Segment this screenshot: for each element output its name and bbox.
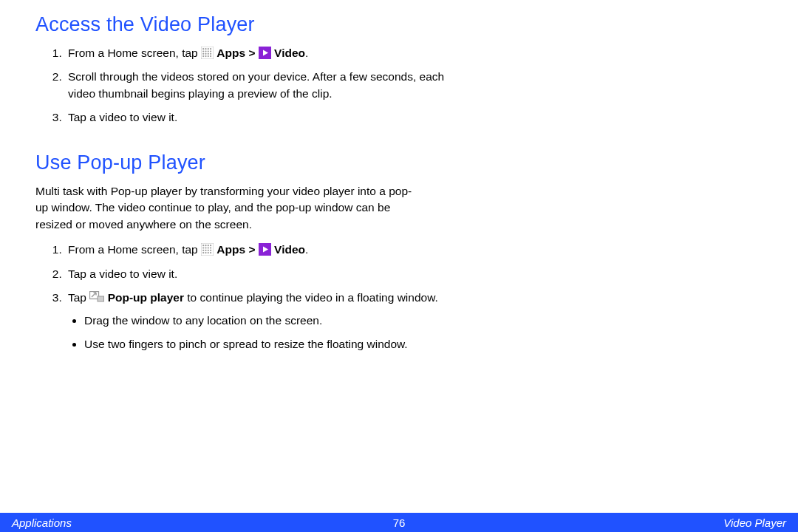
svg-point-22 (210, 245, 211, 246)
step-1-pretext: From a Home screen, tap (68, 243, 201, 256)
step-2: Scroll through the videos stored on your… (65, 69, 449, 102)
svg-point-4 (210, 48, 211, 50)
steps-list-1: From a Home screen, tap Apps > Video. Sc… (35, 45, 449, 126)
svg-point-26 (210, 248, 211, 249)
svg-point-20 (205, 245, 206, 246)
svg-point-32 (205, 252, 206, 253)
sub-bullets: Drag the window to any location on the s… (68, 313, 449, 353)
video-label: Video (274, 243, 305, 256)
step-3-posttext: to continue playing the video in a float… (184, 291, 438, 304)
svg-point-1 (202, 48, 204, 50)
step-2: Tap a video to view it. (65, 266, 449, 282)
svg-point-13 (202, 55, 204, 57)
step-3: Tap a video to view it. (65, 109, 449, 126)
svg-point-7 (208, 50, 209, 52)
video-play-icon (259, 47, 271, 59)
svg-point-30 (210, 250, 211, 251)
popup-player-icon (89, 291, 104, 304)
page-footer: Applications 76 Video Player (0, 513, 798, 532)
heading-access-video-player: Access the Video Player (35, 13, 449, 36)
section-access-video-player: Access the Video Player From a Home scre… (35, 13, 449, 126)
footer-right: Video Player (723, 516, 786, 529)
svg-point-23 (202, 248, 204, 249)
svg-point-31 (202, 252, 204, 253)
video-label: Video (274, 47, 305, 59)
popup-intro: Multi task with Pop-up player by transfo… (35, 183, 412, 233)
content-column: Access the Video Player From a Home scre… (35, 13, 449, 353)
heading-use-popup-player: Use Pop-up Player (35, 151, 449, 174)
svg-point-10 (205, 53, 206, 55)
apps-grid-icon (201, 47, 214, 59)
footer-page-number: 76 (393, 516, 406, 529)
svg-point-6 (205, 50, 206, 52)
svg-point-28 (205, 250, 206, 251)
step-1-pretext: From a Home screen, tap (68, 47, 201, 59)
svg-point-33 (208, 252, 209, 253)
step-1-posttext: . (305, 47, 308, 59)
svg-point-27 (202, 250, 204, 251)
svg-point-11 (208, 53, 209, 55)
svg-point-24 (205, 248, 206, 249)
video-play-icon (259, 243, 271, 256)
gt-separator: > (245, 243, 259, 256)
svg-point-29 (208, 250, 209, 251)
step-3: Tap Pop-up player to continue playing th… (65, 290, 449, 352)
section-use-popup-player: Use Pop-up Player Multi task with Pop-up… (35, 151, 449, 353)
svg-point-14 (205, 55, 206, 57)
popup-player-label: Pop-up player (108, 291, 184, 304)
step-3-pretext: Tap (68, 291, 89, 304)
step-1: From a Home screen, tap Apps > Video. (65, 242, 449, 258)
apps-label: Apps (216, 47, 245, 59)
gt-separator: > (245, 47, 259, 59)
footer-left: Applications (12, 516, 72, 529)
manual-page: Access the Video Player From a Home scre… (0, 0, 798, 532)
svg-point-34 (210, 252, 211, 253)
svg-point-5 (202, 50, 204, 52)
svg-point-21 (208, 245, 209, 246)
svg-point-15 (208, 55, 209, 57)
steps-list-2: From a Home screen, tap Apps > Video. Ta… (35, 242, 449, 352)
apps-grid-icon (201, 243, 214, 256)
svg-rect-37 (98, 296, 104, 301)
svg-point-3 (208, 48, 209, 50)
step-1-posttext: . (305, 243, 308, 256)
svg-point-19 (202, 245, 204, 246)
svg-point-25 (208, 248, 209, 249)
step-1: From a Home screen, tap Apps > Video. (65, 45, 449, 61)
apps-label: Apps (216, 243, 245, 256)
svg-point-8 (210, 50, 211, 52)
svg-point-9 (202, 53, 204, 55)
bullet-drag: Drag the window to any location on the s… (84, 313, 449, 329)
svg-point-12 (210, 53, 211, 55)
svg-point-2 (205, 48, 206, 50)
bullet-pinch: Use two fingers to pinch or spread to re… (84, 336, 449, 352)
svg-point-16 (210, 55, 211, 57)
